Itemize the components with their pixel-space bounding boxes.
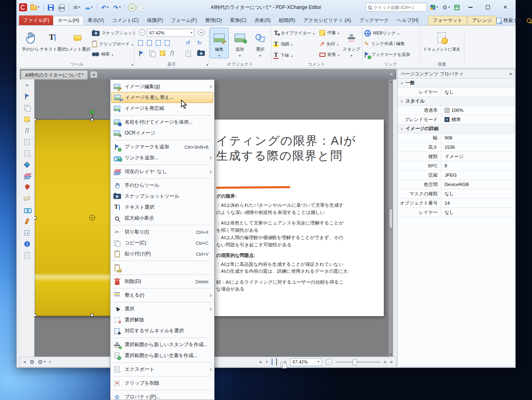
prop-row-blend-mode[interactable]: ブレンドモード標準 [398,115,515,124]
status-chevron-icon[interactable] [49,360,51,364]
tab-protect[interactable]: 保護(P) [143,16,167,25]
zoom-out-button[interactable] [139,29,145,36]
rotation-handle[interactable] [91,110,94,114]
maximize-button[interactable] [480,2,496,13]
fit-page-button[interactable] [138,40,143,46]
rotate-left-button[interactable] [186,40,190,45]
actual-size-button[interactable] [165,40,170,46]
new-tab-button[interactable] [90,71,98,78]
search-tool-button[interactable]: 検索 [92,51,113,57]
fit-visible-button[interactable] [156,40,161,46]
open-button[interactable] [29,2,40,13]
text-select-button[interactable]: テキスト選択 [41,28,64,52]
tab-accessibility[interactable]: アクセシビリティ (A) [299,16,355,25]
stamp-button[interactable]: スタンプ [342,28,361,58]
layers-pane-button[interactable] [23,172,31,180]
edit-object-button[interactable]: 編集 [210,28,229,58]
signatures-pane-button[interactable] [23,150,31,157]
export-view-button[interactable] [186,51,191,57]
scroll-up-icon[interactable] [389,79,394,84]
menu-item-arrange[interactable]: 整える(r) [111,290,214,301]
prop-row-layer[interactable]: レイヤーなし [398,88,515,97]
menu-item-cut[interactable]: 切り取り(t)Ctrl+X [111,227,214,237]
section-style[interactable]: スタイル [398,97,515,106]
status-tools-button[interactable] [38,359,46,365]
zoom-in-button[interactable] [198,29,204,36]
menu-item-add-link[interactable]: リンクを追加... [111,152,214,163]
tab-help[interactable]: ヘルプ(H) [393,16,423,25]
section-image-details[interactable]: イメージの詳細 [398,124,515,133]
resize-handle-top-left[interactable] [34,118,36,121]
collapse-left-icon[interactable] [23,359,26,364]
menu-item-zoom[interactable]: 拡大縮小表示 [111,213,214,224]
redo-button[interactable] [112,2,122,13]
fit-width-button[interactable] [147,40,152,46]
session-button[interactable] [453,2,461,13]
menu-item-hand-tool[interactable]: 手のひらツール [111,180,214,191]
add-bookmark-button[interactable]: ブックマークを追加 [364,52,410,58]
expand-right-icon[interactable] [390,359,393,364]
prop-row-height[interactable]: 高さ1536 [398,143,515,152]
menu-item-current-layer[interactable]: 現在のレイヤ: なし [111,166,214,177]
snapshot-view-button[interactable] [197,51,205,56]
status-settings-button[interactable] [30,359,35,365]
3d-pane-button[interactable] [23,161,31,168]
save-button[interactable] [47,2,55,13]
expand-icon[interactable] [384,359,387,364]
page-layout-button[interactable] [272,359,272,365]
menu-item-properties[interactable]: プロパティ(P)... [111,391,214,400]
print-button[interactable] [57,2,66,13]
tab-file[interactable]: ファイル(F) [19,15,53,25]
collapse-pane-icon[interactable] [23,81,31,89]
highlight-pane-button[interactable] [23,218,31,225]
weblink-button[interactable]: WEBリンク [364,30,399,36]
hand-tool-button[interactable]: 手のひら [20,28,41,52]
link-create-edit-button[interactable]: リンク作成 / 編集 [364,41,405,47]
menu-item-add-bookmark[interactable]: ブックマークを追加Ctrl+Shift+B [111,141,214,152]
attachments-pane-button[interactable] [23,127,31,134]
bookmarks-pane-button[interactable] [23,93,31,100]
rectangle-tool-button[interactable]: 矩形 [319,52,340,58]
search-document-button[interactable]: 検索 (F) [496,17,521,24]
menu-item-snapshot-tool[interactable]: スナップショットツール [111,191,214,202]
cloud-button[interactable] [83,2,94,13]
menu-item-select[interactable]: 選択 [111,304,214,314]
zoom-level-select[interactable]: 67.42% [290,358,322,366]
menu-item-text-select[interactable]: テキスト選択 [111,202,214,213]
tab-share[interactable]: 共有(S) [251,16,275,25]
section-general[interactable]: 一般 [398,79,515,88]
arrow-tool-button[interactable]: 矢印 [319,41,338,47]
menu-item-select-thumbnail[interactable]: 対応するサムネイルを選択 [111,325,214,336]
tab-bookmarks[interactable]: ブックマーク [355,16,393,25]
scrollbar-thumb[interactable] [389,209,393,228]
close-button[interactable] [498,2,513,13]
resize-handle-bottom-center[interactable] [91,314,94,317]
order-pane-button[interactable] [23,229,31,236]
prop-row-compression[interactable]: 圧縮JPEG [398,171,515,180]
tab-convert[interactable]: 変換(C) [226,16,251,25]
prop-row-mask-type[interactable]: マスクの種類なし [398,189,515,199]
scroll-down-icon[interactable] [389,352,394,357]
document-tab[interactable]: AI時代のライターについて* [21,70,88,79]
thumbnails-pane-button[interactable] [23,104,31,111]
sign-document-button[interactable]: ドキュメントに署名 [423,28,460,52]
menu-item-replace-image[interactable]: イメージを差し替え... [111,92,213,103]
links-pane-button[interactable] [23,206,31,214]
prop-row-width[interactable]: 幅908 [398,133,515,143]
prop-row-opacity[interactable]: 透過率100% [398,106,515,115]
menu-item-paste[interactable]: 貼り付け(P)Ctrl+V [111,248,214,259]
tab-review[interactable]: 校閲(R) [275,16,300,25]
typewriter-button[interactable]: Tタイプライター [273,30,315,36]
tab-view[interactable]: 表示(V) [84,16,108,25]
tab-format[interactable]: フォーマット [428,16,467,25]
comments-panel-button[interactable] [160,51,165,56]
prop-row-kind[interactable]: 種類イメージ [398,152,515,161]
close-panel-icon[interactable] [509,71,512,77]
menu-item-new-stamp-from-selection[interactable]: 選択範囲から新しいスタンプを作成... [111,339,214,350]
minimize-button[interactable] [463,2,478,13]
highlight-button[interactable]: T強調 [273,41,293,47]
tags-pane-button[interactable] [23,252,31,259]
quick-launch-input[interactable] [373,5,425,10]
thumbnails-panel-button[interactable] [149,51,155,56]
vertical-scrollbar[interactable] [388,79,393,357]
